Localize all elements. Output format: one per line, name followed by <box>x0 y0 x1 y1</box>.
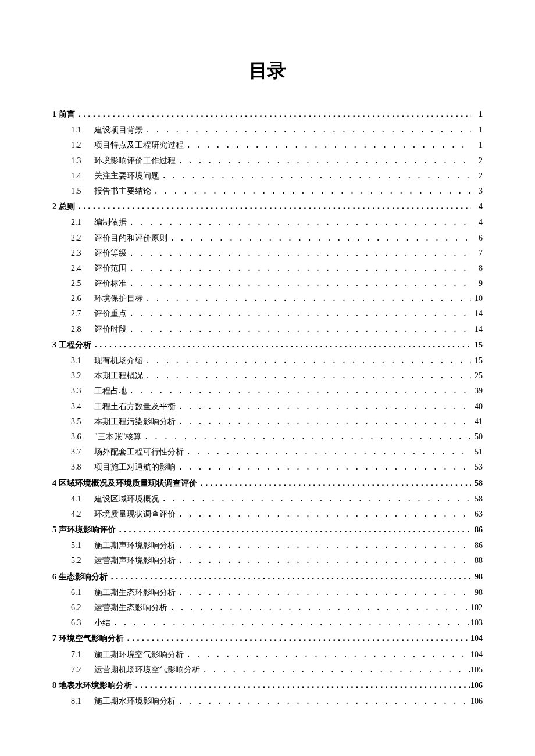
toc-page-number: 106 <box>470 694 483 708</box>
toc-entry-label: 施工期声环境影响分析 <box>94 538 176 553</box>
toc-sub-entry: 6.1施工期生态环影响分析98 <box>71 585 483 600</box>
toc-sub-entry: 5.2运营期声环境影响分析88 <box>71 553 483 568</box>
toc-page-number: 50 <box>471 429 483 444</box>
toc-entry-label: 3 工程分析 <box>52 338 91 352</box>
toc-sub-entry: 1.5报告书主要结论3 <box>71 184 483 198</box>
toc-entry-number: 6.2 <box>71 600 88 615</box>
toc-entry-label: 环境保护目标 <box>94 291 143 306</box>
toc-leader-dots <box>159 169 471 183</box>
toc-entry-label: 评价范围 <box>94 261 127 275</box>
toc-entry-number: 1.5 <box>71 184 88 198</box>
toc-sub-entry: 5.1施工期声环境影响分析86 <box>71 538 483 553</box>
toc-leader-dots <box>127 306 471 321</box>
toc-entry-number: 1.1 <box>71 123 88 137</box>
toc-entry-number: 3.2 <box>71 368 88 383</box>
toc-sub-entry: 2.1编制依据4 <box>71 215 483 230</box>
toc-sub-entry: 2.8评价时段14 <box>71 322 483 336</box>
toc-leader-dots <box>143 291 471 306</box>
toc-leader-dots <box>167 231 471 245</box>
toc-entry-number: 5.1 <box>71 538 88 553</box>
toc-entry-number: 6.1 <box>71 585 88 600</box>
toc-entry-label: 运营期生态影响分析 <box>94 600 167 615</box>
toc-entry-label: 报告书主要结论 <box>94 184 151 198</box>
toc-page-number: 4 <box>471 199 483 214</box>
toc-chapter-entry: 5 声环境影响评价86 <box>52 522 483 537</box>
toc-page-number: 6 <box>471 231 483 245</box>
toc-leader-dots <box>184 138 471 152</box>
toc-chapter-entry: 1 前言1 <box>52 107 483 121</box>
toc-leader-dots <box>132 678 471 693</box>
toc-leader-dots <box>176 399 471 414</box>
toc-page-number: 88 <box>471 553 483 568</box>
toc-entry-label: 本期工程污染影响分析 <box>94 414 176 429</box>
toc-entry-label: 施工期环境空气影响分析 <box>94 647 184 662</box>
toc-sub-entry: 1.3环境影响评价工作过程2 <box>71 153 483 168</box>
toc-leader-dots <box>141 429 471 444</box>
toc-entry-label: 评价时段 <box>94 322 127 336</box>
toc-leader-dots <box>116 522 472 537</box>
toc-page-number: 86 <box>471 538 483 553</box>
toc-entry-label: 施工期水环境影响分析 <box>94 694 176 708</box>
toc-entry-label: 运营期声环境影响分析 <box>94 553 176 568</box>
toc-sub-entry: 2.2评价目的和评价原则6 <box>71 231 483 245</box>
toc-chapter-entry: 7 环境空气影响分析104 <box>52 631 483 646</box>
toc-leader-dots <box>127 276 471 291</box>
toc-entry-number: 3.4 <box>71 399 88 414</box>
toc-sub-entry: 7.1施工期环境空气影响分析104 <box>71 647 483 662</box>
toc-sub-entry: 3.8项目施工对通航的影响53 <box>71 460 483 474</box>
toc-page-number: 41 <box>471 414 483 429</box>
toc-leader-dots <box>151 184 471 198</box>
toc-leader-dots <box>184 445 471 459</box>
toc-page-number: 7 <box>471 246 483 260</box>
toc-sub-entry: 3.7场外配套工程可行性分析51 <box>71 445 483 459</box>
toc-entry-label: 1 前言 <box>52 107 75 121</box>
toc-sub-entry: 6.3小结103 <box>71 615 483 630</box>
toc-entry-number: 4.1 <box>71 492 88 506</box>
toc-entry-number: 1.2 <box>71 138 88 152</box>
toc-page-number: 4 <box>471 215 483 230</box>
toc-sub-entry: 8.1施工期水环境影响分析106 <box>71 694 483 708</box>
toc-page-number: 51 <box>471 445 483 459</box>
toc-entry-label: 工程土石方数量及平衡 <box>94 399 176 414</box>
toc-entry-label: 6 生态影响分析 <box>52 569 108 584</box>
toc-sub-entry: 1.4关注主要环境问题2 <box>71 169 483 183</box>
toc-leader-dots <box>176 694 470 708</box>
toc-entry-number: 6.3 <box>71 615 88 630</box>
toc-chapter-entry: 8 地表水环境影响分析106 <box>52 678 483 693</box>
toc-entry-label: 本期工程概况 <box>94 368 143 383</box>
toc-leader-dots <box>91 338 472 352</box>
toc-page-number: 105 <box>470 662 483 677</box>
toc-entry-number: 1.3 <box>71 153 88 168</box>
toc-entry-number: 2.2 <box>71 231 88 245</box>
toc-page-number: 2 <box>471 153 483 168</box>
toc-leader-dots <box>143 123 471 137</box>
toc-page-number: 14 <box>471 322 483 336</box>
toc-page-number: 10 <box>471 291 483 306</box>
toc-leader-dots <box>159 492 471 506</box>
toc-page-number: 40 <box>471 399 483 414</box>
toc-leader-dots <box>143 368 471 383</box>
toc-page-number: 104 <box>470 647 483 662</box>
toc-leader-dots <box>176 553 471 568</box>
toc-leader-dots <box>200 662 470 677</box>
toc-entry-label: 评价等级 <box>94 246 127 260</box>
toc-entry-number: 3.7 <box>71 445 88 459</box>
toc-leader-dots <box>167 600 470 615</box>
toc-sub-entry: 1.1建设项目背景1 <box>71 123 483 137</box>
toc-entry-number: 3.6 <box>71 429 88 444</box>
toc-entry-label: 环境质量现状调查评价 <box>94 507 176 521</box>
toc-entry-label: 评价重点 <box>94 306 127 321</box>
toc-entry-number: 8.1 <box>71 694 88 708</box>
toc-entry-label: 小结 <box>94 615 110 630</box>
toc-chapter-entry: 6 生态影响分析98 <box>52 569 483 584</box>
toc-leader-dots <box>143 353 471 368</box>
toc-page-number: 15 <box>471 353 483 368</box>
toc-leader-dots <box>127 261 471 275</box>
toc-sub-entry: 6.2运营期生态影响分析102 <box>71 600 483 615</box>
toc-entry-label: 评价目的和评价原则 <box>94 231 167 245</box>
toc-entry-number: 2.8 <box>71 322 88 336</box>
toc-sub-entry: 3.1现有机场介绍15 <box>71 353 483 368</box>
toc-entry-label: 项目施工对通航的影响 <box>94 460 176 474</box>
toc-entry-label: 7 环境空气影响分析 <box>52 631 124 646</box>
toc-sub-entry: 2.4评价范围8 <box>71 261 483 275</box>
